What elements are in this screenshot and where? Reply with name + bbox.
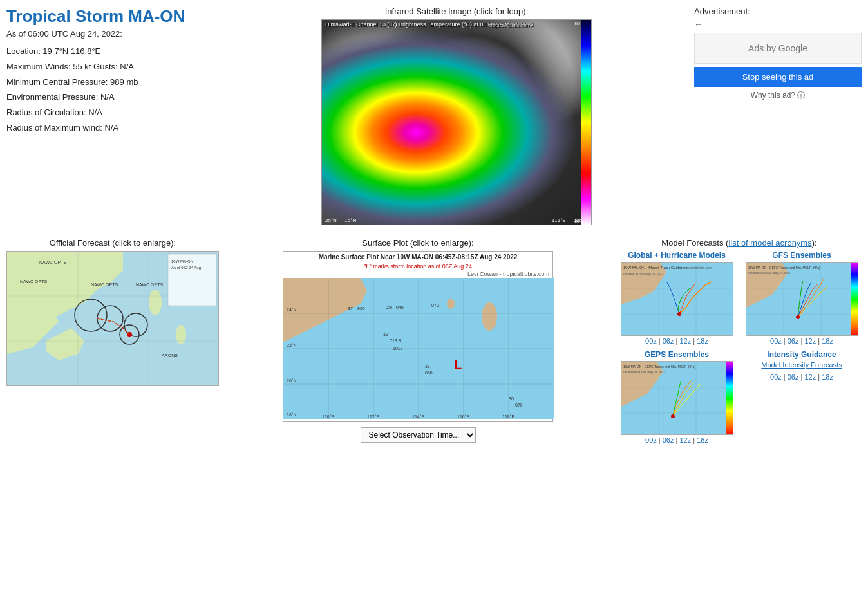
surface-plot-container[interactable]: Marine Surface Plot Near 10W MA-ON 06:45… — [283, 251, 553, 422]
geps-colorbar — [726, 362, 733, 435]
ad-section: Advertisement: ← Ads by Google Stop seei… — [694, 6, 862, 225]
svg-text:118°E: 118°E — [502, 414, 514, 419]
geps-ensemble-item: GEPS Ensembles 10W MA-ON - GEPS Tracks a… — [617, 350, 737, 444]
surface-plot-note: "L" marks storm location as of 06Z Aug 2… — [283, 263, 552, 270]
gfs-model-title: GFS Ensembles — [772, 251, 831, 260]
geps-link-00z[interactable]: 00z — [645, 436, 657, 444]
global-link-00z[interactable]: 00z — [645, 337, 657, 345]
surface-plot-credit: Levi Cowan - tropicaltidbits.com — [283, 270, 552, 278]
svg-text:10W MA-ON: 10W MA-ON — [171, 259, 193, 263]
svg-text:NAWC OPTS: NAWC OPTS — [39, 260, 66, 264]
gfs-link-00z[interactable]: 00z — [770, 337, 782, 345]
storm-info: Tropical Storm MA-ON As of 06:00 UTC Aug… — [6, 6, 219, 225]
global-link-18z[interactable]: 18z — [697, 337, 708, 345]
satellite-header: Himawari-8 Channel 13 (IR) Brightness Te… — [325, 21, 534, 28]
official-forecast-label: Official Forecast (click to enlarge): — [50, 238, 176, 248]
intensity-link[interactable]: Model Intensity Forecasts — [761, 361, 842, 369]
geps-model-links: 00z | 06z | 12z | 18z — [645, 436, 708, 444]
official-forecast-section: Official Forecast (click to enlarge): — [6, 238, 219, 444]
sat-lat-axis: 25°N — 15°N — [325, 217, 356, 223]
svg-text:Initiated at 06z Aug 24 2022: Initiated at 06z Aug 24 2022 — [623, 272, 663, 276]
svg-point-74 — [796, 315, 800, 319]
gfs-model-map[interactable]: 10W MA-ON - GEFS Tracks and Min. MSLP (h… — [746, 262, 858, 336]
gfs-link-06z[interactable]: 06z — [788, 337, 799, 345]
satellite-canvas — [322, 20, 591, 225]
svg-point-83 — [671, 414, 675, 418]
model-forecasts-title: Model Forecasts (list of model acronyms)… — [617, 238, 862, 248]
geps-link-18z[interactable]: 18z — [697, 436, 708, 444]
storm-location: Location: 19.7°N 116.8°E — [6, 45, 219, 59]
global-model-map[interactable]: 10W MA-ON - Model Track Guidance Initiat… — [621, 262, 733, 336]
satellite-image[interactable]: Himawari-8 Channel 13 (IR) Brightness Te… — [321, 19, 592, 225]
model-grid: Global + Hurricane Models 10W MA-ON - Mo… — [617, 251, 862, 444]
svg-point-27 — [482, 302, 497, 331]
ad-back-arrow[interactable]: ← — [694, 19, 862, 30]
svg-text:tropicaltidbits.com: tropicaltidbits.com — [686, 266, 712, 270]
svg-text:112°E: 112°E — [367, 414, 379, 419]
surface-plot-svg: 24°N 22°N 20°N 18°N 110°E 112°E 114°E 11… — [283, 278, 554, 419]
why-ad[interactable]: Why this ad? ⓘ — [694, 90, 862, 101]
colorbar — [581, 20, 591, 225]
storm-title: Tropical Storm MA-ON — [6, 6, 219, 26]
global-model-title: Global + Hurricane Models — [628, 251, 726, 260]
forecast-map-svg: NAWC OPTS NAWC OPTS NAWC OPTS NAWC OPTS … — [7, 251, 218, 386]
intensity-link-06z[interactable]: 06z — [788, 373, 799, 381]
svg-text:114°E: 114°E — [412, 414, 424, 419]
svg-text:NAWC OPTS: NAWC OPTS — [20, 279, 47, 284]
gfs-model-links: 00z | 06z | 12z | 18z — [770, 337, 833, 345]
svg-text:NAWC OPTS: NAWC OPTS — [136, 282, 163, 287]
svg-text:110°E: 110°E — [322, 414, 334, 419]
svg-text:18°N: 18°N — [287, 412, 297, 417]
intensity-link-00z[interactable]: 00z — [770, 373, 782, 381]
svg-text:10W MA-ON - GEFS Tracks and Mi: 10W MA-ON - GEFS Tracks and Min. MSLP (h… — [748, 266, 820, 270]
svg-text:013.3: 013.3 — [390, 338, 401, 343]
observation-time-select[interactable]: Select Observation Time... — [361, 427, 476, 443]
geps-link-06z[interactable]: 06z — [663, 436, 674, 444]
global-hurricane-model-item: Global + Hurricane Models 10W MA-ON - Mo… — [617, 251, 737, 345]
global-model-links: 00z | 06z | 12z | 18z — [645, 337, 708, 345]
surface-plot-label: Surface Plot (click to enlarge): — [362, 238, 473, 248]
colorbar-bottom: 30 — [574, 219, 580, 223]
geps-link-12z[interactable]: 12z — [679, 436, 691, 444]
svg-text:24°N: 24°N — [287, 308, 297, 312]
intensity-link-12z[interactable]: 12z — [804, 373, 816, 381]
intensity-guidance-item: Intensity Guidance Model Intensity Forec… — [742, 350, 862, 444]
satellite-label: Infrared Satellite Image (click for loop… — [385, 6, 529, 16]
svg-text:37: 37 — [348, 306, 353, 311]
svg-text:NAWC OPTS: NAWC OPTS — [91, 282, 118, 287]
svg-text:ARONS: ARONS — [162, 353, 178, 358]
svg-text:Initialized at 06z Aug 24 2022: Initialized at 06z Aug 24 2022 — [623, 370, 666, 374]
main-container: Tropical Storm MA-ON As of 06:00 UTC Aug… — [0, 0, 868, 450]
colorbar-top: -80 — [573, 21, 580, 26]
svg-text:070: 070 — [515, 403, 523, 407]
storm-min-pressure: Minimum Central Pressure: 989 mb — [6, 76, 219, 89]
ad-label: Advertisement: — [694, 6, 862, 16]
bottom-section: Official Forecast (click to enlarge): — [6, 238, 862, 444]
global-link-06z[interactable]: 06z — [663, 337, 674, 345]
svg-text:990: 990 — [357, 306, 365, 311]
geps-model-title: GEPS Ensembles — [645, 350, 709, 359]
model-acronyms-link[interactable]: list of model acronyms — [728, 238, 811, 248]
intensity-link-18z[interactable]: 18z — [822, 373, 833, 381]
ads-by-google: Ads by Google — [694, 33, 862, 64]
storm-env-pressure: Environmental Pressure: N/A — [6, 91, 219, 104]
stop-ad-button[interactable]: Stop seeing this ad — [694, 67, 862, 87]
gfs-link-18z[interactable]: 18z — [822, 337, 833, 345]
top-section: Tropical Storm MA-ON As of 06:00 UTC Aug… — [6, 6, 862, 225]
storm-date: As of 06:00 UTC Aug 24, 2022: — [6, 29, 219, 39]
official-forecast-map[interactable]: NAWC OPTS NAWC OPTS NAWC OPTS NAWC OPTS … — [6, 251, 219, 386]
svg-text:1017: 1017 — [393, 346, 403, 351]
select-obs-container[interactable]: Select Observation Time... — [361, 424, 476, 443]
satellite-section: Infrared Satellite Image (click for loop… — [225, 6, 688, 225]
gfs-link-12z[interactable]: 12z — [804, 337, 816, 345]
svg-text:10W MA-ON - GEPS Tracks and Mi: 10W MA-ON - GEPS Tracks and Min. MSLP (h… — [623, 365, 695, 369]
geps-model-map[interactable]: 10W MA-ON - GEPS Tracks and Min. MSLP (h… — [621, 361, 733, 435]
svg-text:116°E: 116°E — [457, 414, 469, 419]
global-link-12z[interactable]: 12z — [679, 337, 691, 345]
svg-text:050: 050 — [425, 371, 433, 375]
svg-text:30: 30 — [509, 396, 514, 401]
gfs-ensemble-item: GFS Ensembles 10W MA-ON - GEFS Tracks an… — [742, 251, 862, 345]
storm-radius-circ: Radius of Circulation: N/A — [6, 106, 219, 120]
svg-text:040: 040 — [396, 305, 404, 309]
model-forecasts-section: Model Forecasts (list of model acronyms)… — [617, 238, 862, 444]
